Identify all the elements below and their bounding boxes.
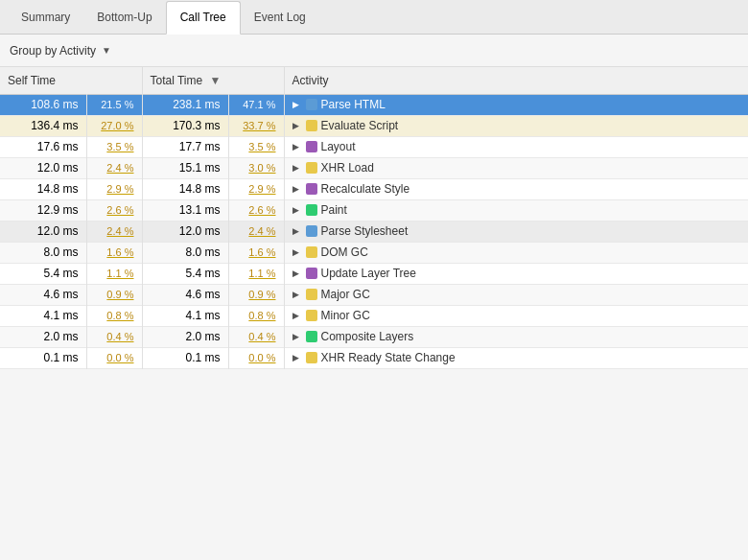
expand-arrow-icon[interactable]: ▶ bbox=[292, 100, 302, 109]
activity-cell: ▶XHR Load bbox=[284, 157, 748, 178]
self-time-ms: 14.8 ms bbox=[0, 178, 86, 199]
total-time-ms: 2.0 ms bbox=[142, 326, 228, 347]
self-time-pct: 0.4 % bbox=[86, 326, 142, 347]
self-time-pct: 2.4 % bbox=[86, 157, 142, 178]
table-row[interactable]: 12.9 ms2.6 %13.1 ms2.6 %▶Paint bbox=[0, 199, 748, 221]
self-time-ms: 2.0 ms bbox=[0, 326, 86, 347]
expand-arrow-icon[interactable]: ▶ bbox=[292, 205, 302, 215]
activity-name-label: Update Layer Tree bbox=[321, 267, 416, 280]
activity-cell: ▶Recalculate Style bbox=[284, 178, 748, 199]
activity-color-indicator bbox=[306, 162, 317, 174]
activity-name-label: Paint bbox=[321, 203, 347, 217]
self-time-ms: 12.9 ms bbox=[0, 199, 86, 221]
total-time-ms: 14.8 ms bbox=[142, 178, 228, 199]
self-time-ms: 4.6 ms bbox=[0, 284, 86, 305]
table-row[interactable]: 108.6 ms21.5 %238.1 ms47.1 %▶Parse HTML bbox=[0, 94, 748, 115]
total-time-pct: 3.0 % bbox=[228, 157, 284, 178]
self-time-pct: 3.5 % bbox=[86, 136, 142, 157]
activity-cell: ▶Parse Stylesheet bbox=[284, 221, 748, 242]
self-time-pct: 1.1 % bbox=[86, 263, 142, 284]
self-time-ms: 8.0 ms bbox=[0, 242, 86, 263]
self-time-ms: 4.1 ms bbox=[0, 305, 86, 326]
table-row[interactable]: 17.6 ms3.5 %17.7 ms3.5 %▶Layout bbox=[0, 136, 748, 157]
activity-color-indicator bbox=[306, 99, 317, 110]
total-time-header[interactable]: Total Time ▼ bbox=[142, 67, 284, 94]
group-by-label: Group by Activity bbox=[10, 44, 96, 58]
activity-name-label: DOM GC bbox=[321, 245, 368, 259]
expand-arrow-icon[interactable]: ▶ bbox=[292, 226, 302, 236]
expand-arrow-icon[interactable]: ▶ bbox=[292, 121, 302, 130]
activity-header: Activity bbox=[284, 67, 748, 94]
total-time-ms: 4.1 ms bbox=[142, 305, 228, 326]
activity-name-label: Composite Layers bbox=[321, 330, 414, 343]
expand-arrow-icon[interactable]: ▶ bbox=[292, 290, 302, 299]
activity-color-indicator bbox=[306, 268, 317, 279]
activity-name-label: Evaluate Script bbox=[321, 119, 399, 132]
table-row[interactable]: 136.4 ms27.0 %170.3 ms33.7 %▶Evaluate Sc… bbox=[0, 115, 748, 136]
self-time-pct: 2.9 % bbox=[86, 178, 142, 199]
tab-bottom-up[interactable]: Bottom-Up bbox=[83, 0, 165, 34]
total-time-ms: 5.4 ms bbox=[142, 263, 228, 284]
self-time-pct: 0.9 % bbox=[86, 284, 142, 305]
activity-cell: ▶Evaluate Script bbox=[284, 115, 748, 136]
activity-color-indicator bbox=[306, 352, 317, 363]
self-time-pct: 27.0 % bbox=[86, 115, 142, 136]
tab-bar: SummaryBottom-UpCall TreeEvent Log bbox=[0, 0, 748, 35]
total-time-ms: 170.3 ms bbox=[142, 115, 228, 136]
total-time-ms: 238.1 ms bbox=[142, 94, 228, 115]
tab-event-log[interactable]: Event Log bbox=[241, 0, 319, 34]
activity-name-label: Parse HTML bbox=[321, 98, 386, 111]
total-time-pct: 2.9 % bbox=[228, 178, 284, 199]
expand-arrow-icon[interactable]: ▶ bbox=[292, 332, 302, 341]
expand-arrow-icon[interactable]: ▶ bbox=[292, 353, 302, 362]
expand-arrow-icon[interactable]: ▶ bbox=[292, 163, 302, 173]
table-row[interactable]: 8.0 ms1.6 %8.0 ms1.6 %▶DOM GC bbox=[0, 242, 748, 263]
activity-cell: ▶Update Layer Tree bbox=[284, 263, 748, 284]
activity-cell: ▶Layout bbox=[284, 136, 748, 157]
self-time-pct: 1.6 % bbox=[86, 242, 142, 263]
table-row[interactable]: 5.4 ms1.1 %5.4 ms1.1 %▶Update Layer Tree bbox=[0, 263, 748, 284]
expand-arrow-icon[interactable]: ▶ bbox=[292, 268, 302, 278]
self-time-ms: 12.0 ms bbox=[0, 221, 86, 242]
self-time-ms: 12.0 ms bbox=[0, 157, 86, 178]
activity-color-indicator bbox=[306, 331, 317, 342]
self-time-ms: 17.6 ms bbox=[0, 136, 86, 157]
total-time-ms: 15.1 ms bbox=[142, 157, 228, 178]
expand-arrow-icon[interactable]: ▶ bbox=[292, 142, 302, 152]
total-time-ms: 8.0 ms bbox=[142, 242, 228, 263]
table-row[interactable]: 12.0 ms2.4 %15.1 ms3.0 %▶XHR Load bbox=[0, 157, 748, 178]
table-row[interactable]: 0.1 ms0.0 %0.1 ms0.0 %▶XHR Ready State C… bbox=[0, 347, 748, 368]
activity-cell: ▶Paint bbox=[284, 199, 748, 221]
activity-cell: ▶Composite Layers bbox=[284, 326, 748, 347]
table-row[interactable]: 14.8 ms2.9 %14.8 ms2.9 %▶Recalculate Sty… bbox=[0, 178, 748, 199]
activity-color-indicator bbox=[306, 204, 317, 216]
self-time-ms: 0.1 ms bbox=[0, 347, 86, 368]
expand-arrow-icon[interactable]: ▶ bbox=[292, 247, 302, 257]
table-container: Self Time Total Time ▼ Activity 108.6 ms… bbox=[0, 67, 748, 560]
table-row[interactable]: 12.0 ms2.4 %12.0 ms2.4 %▶Parse Styleshee… bbox=[0, 221, 748, 242]
self-time-ms: 136.4 ms bbox=[0, 115, 86, 136]
table-row[interactable]: 2.0 ms0.4 %2.0 ms0.4 %▶Composite Layers bbox=[0, 326, 748, 347]
total-time-pct: 47.1 % bbox=[228, 94, 284, 115]
activity-name-label: Recalculate Style bbox=[321, 182, 410, 196]
activity-name-label: XHR Load bbox=[321, 161, 374, 175]
table-row[interactable]: 4.1 ms0.8 %4.1 ms0.8 %▶Minor GC bbox=[0, 305, 748, 326]
total-time-pct: 0.9 % bbox=[228, 284, 284, 305]
tab-call-tree[interactable]: Call Tree bbox=[166, 1, 241, 35]
self-time-pct: 0.0 % bbox=[86, 347, 142, 368]
activity-cell: ▶Parse HTML bbox=[284, 94, 748, 115]
total-time-pct: 2.4 % bbox=[228, 221, 284, 242]
expand-arrow-icon[interactable]: ▶ bbox=[292, 311, 302, 320]
activity-cell: ▶Minor GC bbox=[284, 305, 748, 326]
table-row[interactable]: 4.6 ms0.9 %4.6 ms0.9 %▶Major GC bbox=[0, 284, 748, 305]
expand-arrow-icon[interactable]: ▶ bbox=[292, 184, 302, 194]
total-time-pct: 0.0 % bbox=[228, 347, 284, 368]
self-time-pct: 21.5 % bbox=[86, 94, 142, 115]
activity-table: Self Time Total Time ▼ Activity 108.6 ms… bbox=[0, 67, 748, 369]
total-time-ms: 4.6 ms bbox=[142, 284, 228, 305]
tab-summary[interactable]: Summary bbox=[8, 0, 83, 34]
self-time-header[interactable]: Self Time bbox=[0, 67, 142, 94]
group-by-row[interactable]: Group by Activity ▼ bbox=[0, 35, 748, 67]
activity-color-indicator bbox=[306, 183, 317, 195]
total-time-pct: 2.6 % bbox=[228, 199, 284, 221]
